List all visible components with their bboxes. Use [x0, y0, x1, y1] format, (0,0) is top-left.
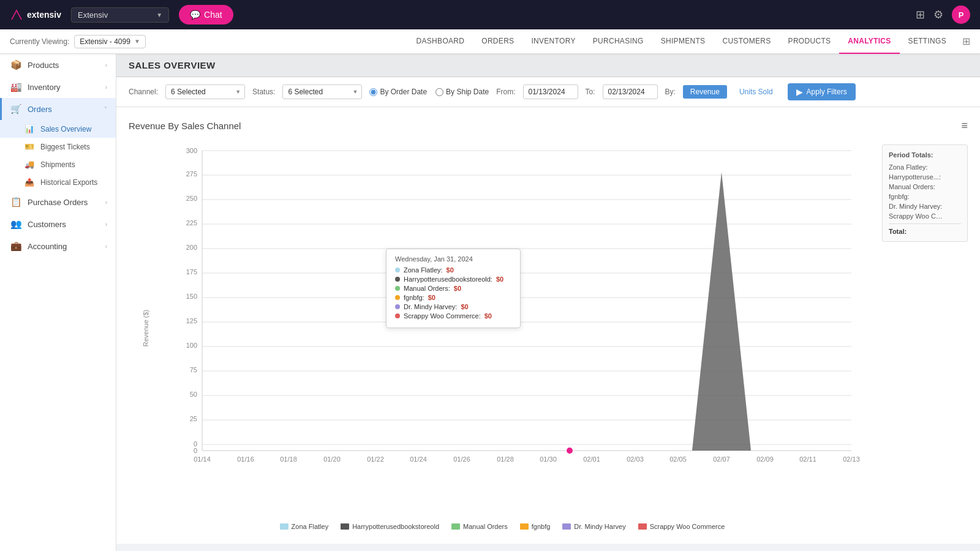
sidebar-item-customers[interactable]: 👥 Customers › — [0, 213, 116, 235]
nav-settings[interactable]: SETTINGS — [900, 29, 955, 54]
legend-swatch-zona — [280, 523, 288, 530]
legend-label-zona: Zona Flatley — [292, 523, 329, 530]
customers-icon: 👥 — [10, 219, 21, 230]
chat-button[interactable]: 💬 Chat — [179, 5, 233, 24]
by-ship-date-radio[interactable]: By Ship Date — [435, 88, 489, 96]
svg-text:02/03: 02/03 — [627, 455, 644, 463]
main-nav: DASHBOARD ORDERS INVENTORY PURCHASING SH… — [408, 29, 955, 54]
svg-text:01/14: 01/14 — [194, 455, 211, 463]
svg-text:275: 275 — [186, 170, 197, 178]
svg-text:200: 200 — [186, 244, 197, 251]
nav-customers[interactable]: CUSTOMERS — [714, 29, 779, 54]
legend-zona: Zona Flatley — [280, 523, 329, 530]
tenant-select-chevron-icon: ▼ — [134, 38, 140, 45]
subheader-right: ⊞ — [962, 36, 970, 47]
view-grid-icon[interactable]: ⊞ — [962, 36, 970, 47]
svg-point-48 — [566, 447, 573, 454]
chart-svg-wrapper: Revenue ($) — [123, 138, 882, 518]
period-name-harry: Harrypotteruse...: — [889, 173, 941, 181]
main-content: SALES OVERVIEW Channel: 6 Selected Statu… — [116, 54, 980, 551]
nav-analytics[interactable]: ANALYTICS — [839, 29, 899, 54]
chart-inner: Revenue ($) — [123, 138, 882, 538]
status-select[interactable]: 6 Selected — [282, 84, 362, 99]
sidebar-subitem-historical-exports[interactable]: 📤 Historical Exports — [0, 173, 116, 191]
chart-container: Revenue By Sales Channel ≡ Revenue ($) — [116, 107, 980, 544]
chart-legend: Zona Flatley Harrypotterusedbookstoreold… — [123, 518, 882, 538]
status-label: Status: — [252, 88, 275, 96]
svg-text:250: 250 — [186, 195, 197, 202]
svg-text:02/07: 02/07 — [713, 455, 730, 463]
chart-svg: 0 0 25 50 75 100 125 150 175 200 225 250 — [178, 138, 870, 493]
sidebar-item-inventory[interactable]: 🏭 Inventory › — [0, 76, 116, 98]
from-date-input[interactable] — [523, 84, 578, 99]
apply-filters-button[interactable]: ▶ Apply Filters — [788, 83, 856, 100]
sidebar-shipments-label: Shipments — [40, 160, 75, 169]
grid-icon[interactable]: ⊞ — [916, 8, 925, 21]
to-date-input[interactable] — [603, 84, 658, 99]
svg-text:02/05: 02/05 — [669, 455, 687, 463]
nav-dashboard[interactable]: DASHBOARD — [408, 29, 473, 54]
sidebar-item-orders[interactable]: 🛒 Orders ˅ — [0, 98, 116, 120]
svg-text:02/11: 02/11 — [799, 455, 816, 463]
svg-text:0: 0 — [194, 440, 197, 448]
avatar[interactable]: P — [952, 6, 970, 24]
y-axis-label: Revenue ($) — [142, 310, 149, 347]
channel-select[interactable]: 6 Selected — [165, 84, 245, 99]
products-chevron-icon: › — [105, 62, 107, 69]
date-type-group: By Order Date By Ship Date — [369, 88, 489, 96]
svg-text:01/30: 01/30 — [540, 455, 557, 463]
orders-icon: 🛒 — [10, 103, 21, 114]
sidebar-item-accounting[interactable]: 💼 Accounting › — [0, 235, 116, 257]
nav-inventory[interactable]: INVENTORY — [522, 29, 584, 54]
by-order-date-radio[interactable]: By Order Date — [369, 88, 427, 96]
sidebar-subitem-biggest-tickets[interactable]: 🎫 Biggest Tickets — [0, 138, 116, 156]
sidebar-orders-label: Orders — [28, 105, 52, 114]
from-label: From: — [496, 88, 515, 96]
sidebar-item-products[interactable]: 📦 Products › — [0, 54, 116, 76]
sidebar: 📦 Products › 🏭 Inventory › 🛒 Orders ˅ 📊 … — [0, 54, 116, 551]
channel-label: Channel: — [129, 88, 158, 96]
apply-label: Apply Filters — [807, 88, 847, 96]
svg-text:125: 125 — [186, 317, 197, 324]
legend-swatch-scrappy — [638, 523, 647, 530]
tenant-dropdown[interactable]: Extensiv ▼ — [71, 7, 169, 23]
accounting-icon: 💼 — [10, 241, 21, 252]
period-row-harry: Harrypotteruse...: — [889, 173, 961, 181]
period-name-manual: Manual Orders: — [889, 183, 935, 190]
chart-area: Revenue ($) — [116, 138, 980, 538]
svg-text:01/20: 01/20 — [323, 455, 341, 463]
svg-text:01/24: 01/24 — [410, 455, 427, 463]
svg-text:0: 0 — [194, 447, 197, 454]
chart-title: Revenue By Sales Channel — [129, 121, 241, 131]
sidebar-customers-label: Customers — [28, 220, 66, 229]
legend-label-harry: Harrypotterusedbookstoreold — [352, 523, 439, 530]
period-row-zona: Zona Flatley: — [889, 163, 961, 171]
chat-label: Chat — [204, 10, 222, 20]
nav-purchasing[interactable]: PURCHASING — [584, 29, 652, 54]
period-row-fgnbfg: fgnbfg: — [889, 193, 961, 200]
tenant-selector[interactable]: Extensiv - 4099 ▼ — [74, 35, 146, 48]
products-icon: 📦 — [10, 59, 21, 70]
sidebar-subitem-sales-overview[interactable]: 📊 Sales Overview — [0, 120, 116, 138]
sales-overview-icon: 📊 — [24, 124, 34, 133]
units-button[interactable]: Units Sold — [734, 85, 778, 99]
period-row-scrappy: Scrappy Woo Co...: — [889, 212, 961, 220]
sidebar-item-purchase-orders[interactable]: 📋 Purchase Orders › — [0, 191, 116, 213]
nav-shipments[interactable]: SHIPMENTS — [652, 29, 714, 54]
page-header: SALES OVERVIEW — [116, 54, 980, 77]
by-ship-date-label: By Ship Date — [446, 88, 489, 96]
svg-text:02/01: 02/01 — [583, 455, 600, 463]
settings-icon[interactable]: ⚙ — [933, 8, 943, 21]
chart-menu-icon[interactable]: ≡ — [961, 119, 968, 132]
nav-orders[interactable]: ORDERS — [473, 29, 522, 54]
svg-text:150: 150 — [186, 293, 197, 300]
revenue-button[interactable]: Revenue — [683, 85, 727, 99]
legend-scrappy: Scrappy Woo Commerce — [638, 523, 725, 530]
inventory-chevron-icon: › — [105, 84, 107, 91]
channel-select-wrapper: 6 Selected — [165, 84, 245, 99]
tenant-label: Extensiv — [78, 10, 108, 20]
period-totals: Period Totals: Zona Flatley: Harrypotter… — [882, 144, 968, 242]
nav-products[interactable]: PRODUCTS — [780, 29, 840, 54]
sidebar-subitem-shipments[interactable]: 🚚 Shipments — [0, 156, 116, 173]
sidebar-historical-exports-label: Historical Exports — [40, 178, 97, 187]
